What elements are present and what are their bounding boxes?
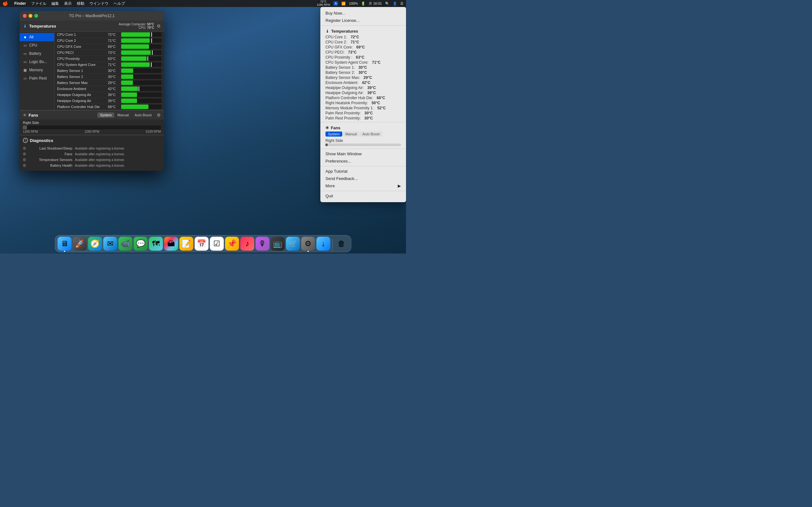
diag-dot: [23, 164, 26, 167]
menubar-wifi[interactable]: 📶: [341, 2, 346, 6]
sensor-name: CPU Proximity: [57, 57, 108, 60]
logicboard-icon: ▭: [23, 60, 27, 64]
sensor-bar: [121, 38, 150, 43]
sensor-name: CPU GFX Core: [57, 45, 108, 49]
menu-preferences[interactable]: Preferences...: [320, 158, 406, 165]
sensor-name: Heatpipe Outgoing Air: [57, 93, 108, 97]
dock-item-downloads[interactable]: ↓: [316, 237, 331, 250]
sensor-bar-container: [121, 80, 161, 85]
dock-item-launchpad[interactable]: 🚀: [73, 237, 87, 250]
dock-item-stickies[interactable]: 📌: [225, 237, 239, 250]
menu-temp-row: CPU Proximity : 63°C: [320, 55, 406, 60]
sensor-bar-container: [121, 32, 161, 37]
sensor-bar-container: [121, 99, 161, 103]
sensor-bar-container: [121, 44, 161, 49]
fans-settings-button[interactable]: ⚙: [157, 112, 161, 118]
dock-item-safari[interactable]: 🧭: [88, 237, 102, 250]
dock-item-music[interactable]: ♪: [241, 237, 254, 250]
dock-item-facetime[interactable]: 📹: [119, 237, 133, 250]
menu-app-tutorial[interactable]: App Tutorial: [320, 168, 406, 175]
menu-temp-row: Battery Sensor 1: 30°C: [320, 65, 406, 70]
diag-value: Available after registering a license.: [75, 158, 125, 162]
dock-item-notes[interactable]: 📝: [180, 237, 194, 250]
menu-fans-icon: ✳: [325, 125, 329, 130]
sensor-bar-marker: [151, 38, 152, 43]
close-button[interactable]: [23, 14, 27, 18]
temp-stats: Average Computer: 50°C CPU: 70°C: [119, 22, 154, 30]
sensor-value: 72°C: [108, 33, 121, 37]
menubar-avatar[interactable]: 👤: [393, 2, 397, 6]
dock-item-reminders[interactable]: ☑: [210, 237, 224, 250]
fans-tab-autoboost[interactable]: Auto Boost: [132, 112, 154, 118]
sidebar-item-battery[interactable]: ▭ Battery: [20, 49, 54, 58]
fan-slider[interactable]: [23, 125, 161, 129]
menubar-help[interactable]: ヘルプ: [113, 1, 125, 6]
sensor-bar-container: [121, 56, 161, 61]
dock-item-dot: [308, 250, 309, 252]
sidebar-item-cpu[interactable]: ▭ CPU: [20, 41, 54, 49]
menubar-view[interactable]: 表示: [64, 1, 72, 6]
sidebar-item-all[interactable]: ■ All: [20, 33, 54, 41]
menubar-window[interactable]: ウインドウ: [90, 1, 108, 6]
sidebar-label-battery: Battery: [29, 51, 41, 56]
menu-buy-now[interactable]: Buy Now...: [320, 9, 406, 17]
dock-item-trash[interactable]: 🗑: [335, 237, 349, 250]
sensor-bar-marker: [152, 50, 153, 55]
dock-item-finder[interactable]: 🖥: [58, 237, 72, 250]
menu-temp-row: Memory Module Proximity 1: 52°C: [320, 106, 406, 111]
sidebar-item-palmrest[interactable]: ▭ Palm Rest: [20, 74, 54, 82]
memory-icon: ▦: [23, 68, 27, 72]
dock-item-maps[interactable]: 🗺: [149, 237, 163, 250]
thermometer-icon: 🌡: [23, 23, 27, 29]
dock-item-system-preferences[interactable]: ⚙: [301, 237, 315, 250]
menu-help-section: App Tutorial Send Feedback... More ▶: [320, 166, 406, 191]
menubar-finder[interactable]: Finder: [14, 1, 26, 6]
menubar-time: 月 16:01: [368, 1, 382, 6]
menu-fans-tab-autoboost[interactable]: Auto Boost: [360, 131, 382, 136]
menubar-search[interactable]: 🔍: [385, 2, 390, 6]
menubar-file[interactable]: ファイル: [31, 1, 46, 6]
sensor-row: CPU Proximity 63°C: [55, 56, 164, 62]
dock-item-app-store[interactable]: 🛒: [286, 237, 300, 250]
menubar-menu-icon[interactable]: ☰: [400, 2, 403, 6]
tgpro-window: TG Pro – MacBookPro12,1 🌡 Temperatures A…: [20, 11, 164, 171]
sidebar-item-logicboard[interactable]: ▭ Logic Bo...: [20, 58, 54, 66]
menubar-edit[interactable]: 編集: [51, 1, 59, 6]
dock-item-apple-tv[interactable]: 📺: [271, 237, 285, 250]
menu-show-main-window[interactable]: Show Main Window: [320, 150, 406, 158]
menu-temp-row: CPU Core 1: 72°C: [320, 35, 406, 40]
fans-tab-manual[interactable]: Manual: [115, 112, 131, 118]
sidebar-item-memory[interactable]: ▦ Memory: [20, 66, 54, 74]
diagnostics-title: Diagnostics: [30, 138, 53, 143]
menubar-temp[interactable]: 72°C 1285 RPM: [316, 0, 330, 7]
sensor-row: CPU Core 2 71°C: [55, 38, 164, 44]
temp-settings-button[interactable]: ⚙: [157, 23, 161, 29]
menu-more[interactable]: More ▶: [320, 182, 406, 189]
apple-menu[interactable]: 🍎: [3, 1, 8, 6]
dock-item-messages[interactable]: 💬: [134, 237, 148, 250]
sensor-row: Battery Sensor 1 30°C: [55, 68, 164, 74]
dock-item-calendar[interactable]: 📅: [195, 237, 209, 250]
sidebar-label-all: All: [29, 35, 33, 39]
maximize-button[interactable]: [34, 14, 38, 18]
menu-register[interactable]: Register License...: [320, 17, 406, 24]
dock-item-photos[interactable]: 🏔: [164, 237, 178, 250]
menu-temp-row: Palm Rest Proximity: 30°C: [320, 111, 406, 116]
menu-send-feedback[interactable]: Send Feedback...: [320, 175, 406, 182]
menu-quit-section: Quit: [320, 191, 406, 201]
sensor-name: CPU System Agent Core: [57, 63, 108, 66]
menubar-go[interactable]: 移動: [77, 1, 84, 6]
menubar-battery[interactable]: 100%: [349, 2, 358, 5]
fans-tab-system[interactable]: System: [97, 112, 114, 118]
sensor-row: CPU System Agent Core 71°C: [55, 62, 164, 68]
dock-item-mail[interactable]: ✉: [103, 237, 117, 250]
fan-slider-fill: [23, 125, 27, 129]
sensor-name: Enclosure Ambient: [57, 87, 108, 91]
sensor-value: 42°C: [108, 87, 121, 91]
menu-fans-tab-system[interactable]: System: [325, 131, 342, 136]
dock-item-podcasts[interactable]: 🎙: [256, 237, 270, 250]
menu-quit[interactable]: Quit: [320, 192, 406, 200]
menu-fans-tab-manual[interactable]: Manual: [343, 131, 359, 136]
minimize-button[interactable]: [29, 14, 32, 18]
sidebar-label-palmrest: Palm Rest: [29, 76, 47, 80]
